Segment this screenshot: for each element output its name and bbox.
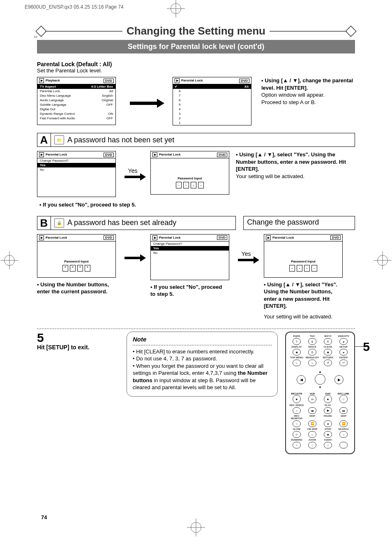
dotted-separator xyxy=(37,328,355,329)
caption-b2: • If you select "No", proceed to step 5. xyxy=(150,283,228,298)
note-label: Note xyxy=(133,335,272,344)
dpad-right-icon: ▶ xyxy=(334,375,344,384)
side-text-bold: • Using [▲ / ▼], select "Yes". Using the… xyxy=(236,151,346,172)
remote-control-diagram: PQRSTUVWXYZVIDEO/TV789●DISPLAYSPACECLEAR… xyxy=(285,332,355,454)
crop-mark-icon xyxy=(171,3,181,14)
parental-lock-sub: Set the Parental Lock level. xyxy=(37,67,355,74)
password-char-box: - xyxy=(191,182,196,188)
arrow-yes: Yes xyxy=(236,234,256,261)
password-char-box: - xyxy=(183,182,189,188)
remote-button: ○ xyxy=(305,442,320,448)
osd-header-left: Parental Lock xyxy=(181,79,203,82)
remote-label: SETUP xyxy=(336,346,351,348)
osd-header-left: Parental Lock xyxy=(159,236,180,239)
remote-button: 7 xyxy=(289,338,304,345)
remote-label: CM SKIP xyxy=(305,428,320,430)
password-input-label: Password Input xyxy=(151,176,229,180)
remote-button: ⏎ xyxy=(336,360,351,366)
remote-button: ○ xyxy=(289,420,304,427)
play-icon: ▶ xyxy=(39,235,44,240)
osd-header-tag: DVD xyxy=(330,235,341,240)
remote-button: ⏮ xyxy=(305,407,320,414)
title-line-left xyxy=(45,31,122,32)
osd-header-tag: DVD xyxy=(104,79,114,83)
remote-label: RETURN xyxy=(321,356,335,359)
remote-label: SLOW xyxy=(289,428,304,430)
remote-label: SPACE xyxy=(305,346,320,348)
yes-label: Yes xyxy=(128,167,138,174)
osd-header-left: Parental Lock xyxy=(159,153,180,156)
play-icon: ▶ xyxy=(266,235,271,240)
section-a-text: A password has not been set yet xyxy=(67,136,174,144)
play-icon: ▶ xyxy=(152,235,157,240)
play-icon: ▶ xyxy=(152,152,157,157)
osd-row: ✔ All xyxy=(173,84,251,89)
remote-label: ZOOM xyxy=(305,439,320,441)
step-5-text: Hit [SETUP] to exit. xyxy=(37,344,119,351)
section-letter-a: A xyxy=(37,133,51,146)
remote-label: MENU/LIST xyxy=(305,356,320,359)
side-text-bold: • Using [▲ / ▼], change the parental lev… xyxy=(261,77,353,91)
password-input-label: Password Input xyxy=(37,260,115,263)
arrow-right-icon xyxy=(126,77,163,105)
password-char-box: - xyxy=(297,265,302,272)
remote-button: ▶ xyxy=(321,407,335,414)
osd-change-password-b: ▶Parental Lock DVD Change Password? Yes … xyxy=(150,234,229,280)
password-input-label: Password Input xyxy=(264,260,342,263)
remote-label: AUDIO xyxy=(321,439,335,441)
play-icon: ▶ xyxy=(39,152,44,157)
osd-row: Fast Forward with AudioOFF xyxy=(37,116,115,121)
osd-password-input: ▶Parental Lock DVD Password Input ---- xyxy=(150,151,229,195)
osd-header-left: Parental Lock xyxy=(272,236,294,239)
osd-header-tag: DVD xyxy=(217,153,227,157)
side-text: Proceed to step A or B. xyxy=(261,99,355,106)
title-line-right xyxy=(270,31,347,32)
osd-header-tag: DVD xyxy=(104,235,114,240)
remote-label: SEARCH xyxy=(336,428,351,430)
remote-button: ○ xyxy=(305,431,320,438)
remote-button: ■ xyxy=(321,431,335,438)
osd-playback-menu: ▶Playback DVD TV Aspect4:3 Letter BoxPar… xyxy=(37,77,116,125)
osd-row: TV Aspect4:3 Letter Box xyxy=(37,84,115,89)
remote-label: TOP MENU xyxy=(289,356,304,359)
remote-label: TUV xyxy=(305,335,320,337)
caption-b3: • Using [▲ / ▼], select "Yes". Using the… xyxy=(264,281,342,310)
remote-label: REC MONITOR xyxy=(289,415,304,420)
osd-header-tag: DVD xyxy=(104,153,114,157)
remote-button: 9 xyxy=(321,338,335,345)
remote-label: PAUSE xyxy=(321,415,335,420)
remote-label: CLEAR xyxy=(321,346,335,348)
osd-row: 2 xyxy=(173,116,251,121)
page-title-row: Changing the Setting menu xyxy=(37,25,355,37)
remote-button: ○ xyxy=(321,442,335,448)
osd-row: 4 xyxy=(173,107,251,111)
note-line: • Hit [CLEAR] to erase numbers entered i… xyxy=(133,348,272,355)
password-char-box: * xyxy=(62,265,68,272)
osd-header-left: Parental Lock xyxy=(46,153,67,156)
osd-row: No xyxy=(37,167,115,172)
crop-mark-icon xyxy=(191,522,201,533)
remote-button: ■ xyxy=(289,349,304,355)
section-a-bar: A 📁 A password has not been set yet xyxy=(37,133,355,147)
osd-row: 3 xyxy=(173,111,251,116)
remote-label xyxy=(336,404,351,406)
note-a-text: • If you select "No", proceed to step 5. xyxy=(39,201,355,209)
osd-row: Change Password? xyxy=(37,158,115,163)
password-char-box: - xyxy=(311,265,317,272)
osd-row: 8 xyxy=(173,89,251,93)
osd-row: Subtitle LanguageOFF xyxy=(37,102,115,107)
remote-mode: VCR∞ xyxy=(305,392,320,403)
remote-label: SKIP xyxy=(305,415,320,420)
remote-button: ○ xyxy=(289,442,304,448)
osd-row: Parental LockAll xyxy=(37,89,115,93)
remote-label: PQRS xyxy=(289,335,304,337)
remote-label: SKIP xyxy=(336,415,351,420)
osd-row: 5 xyxy=(173,102,251,107)
remote-button: ↺ xyxy=(321,360,335,366)
scissor-icon: ✂ xyxy=(34,34,38,40)
remote-label: REC SPEED xyxy=(289,404,304,406)
password-char-box: - xyxy=(198,182,204,188)
password-char-box: - xyxy=(304,265,310,272)
remote-button: 8 xyxy=(305,338,320,345)
crop-mark-icon xyxy=(377,255,388,266)
